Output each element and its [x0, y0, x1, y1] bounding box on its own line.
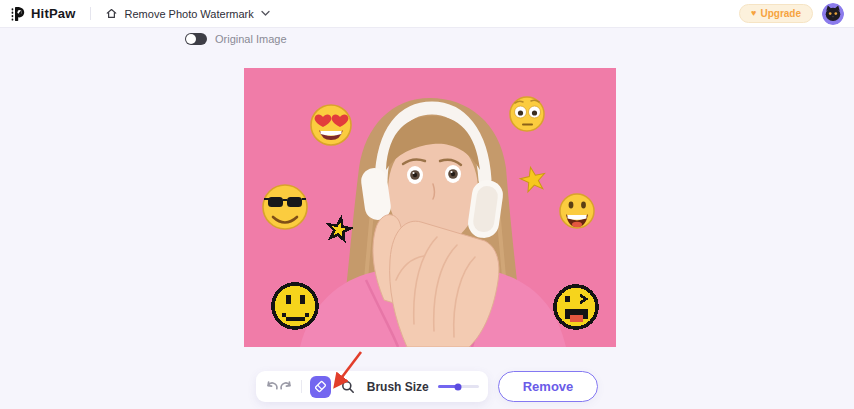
hitpaw-logo-icon [10, 6, 26, 22]
redo-button[interactable] [279, 378, 293, 396]
heart-icon: ♥ [751, 9, 756, 18]
toolbar-divider [301, 380, 302, 393]
hitpaw-logo: HitPaw [10, 6, 76, 22]
magnifier-icon [341, 380, 355, 394]
undo-icon [265, 380, 279, 393]
tool-title: Remove Photo Watermark [125, 8, 254, 20]
home-icon [105, 7, 118, 20]
redo-icon [279, 380, 293, 393]
heart-eyes-emoji [311, 105, 351, 145]
eraser-tool-button[interactable] [310, 376, 331, 398]
toggle-knob [186, 34, 196, 44]
logo-text: HitPaw [31, 6, 76, 21]
original-image-toggle[interactable] [185, 33, 207, 45]
upgrade-label: Upgrade [760, 8, 801, 19]
header-divider [90, 7, 91, 20]
cat-avatar-icon [822, 3, 844, 25]
brush-size-slider[interactable] [438, 385, 479, 388]
pixel-smiley-sticker [273, 284, 317, 328]
header-right: ♥ Upgrade [739, 3, 844, 25]
flushed-emoji [510, 97, 544, 131]
eraser-icon [314, 380, 327, 393]
remove-button[interactable]: Remove [498, 371, 598, 402]
zoom-tool-button[interactable] [341, 378, 355, 396]
chevron-down-icon [261, 10, 270, 17]
sunglasses-emoji [263, 185, 307, 229]
photo-editing-canvas[interactable] [244, 68, 616, 347]
user-avatar[interactable] [822, 3, 844, 25]
tool-selector-dropdown[interactable]: Remove Photo Watermark [105, 7, 270, 20]
pixel-wink-tongue-emoji [555, 286, 597, 328]
laughing-emoji [560, 194, 594, 228]
undo-button[interactable] [265, 378, 279, 396]
upgrade-button[interactable]: ♥ Upgrade [739, 4, 813, 23]
slider-thumb[interactable] [454, 383, 461, 390]
app-header: HitPaw Remove Photo Watermark ♥ Upgrade [0, 0, 854, 28]
original-image-label: Original Image [215, 33, 287, 45]
brush-size-label: Brush Size [367, 380, 429, 394]
editing-toolbar: Brush Size [256, 371, 488, 402]
original-image-toggle-row: Original Image [185, 33, 287, 45]
